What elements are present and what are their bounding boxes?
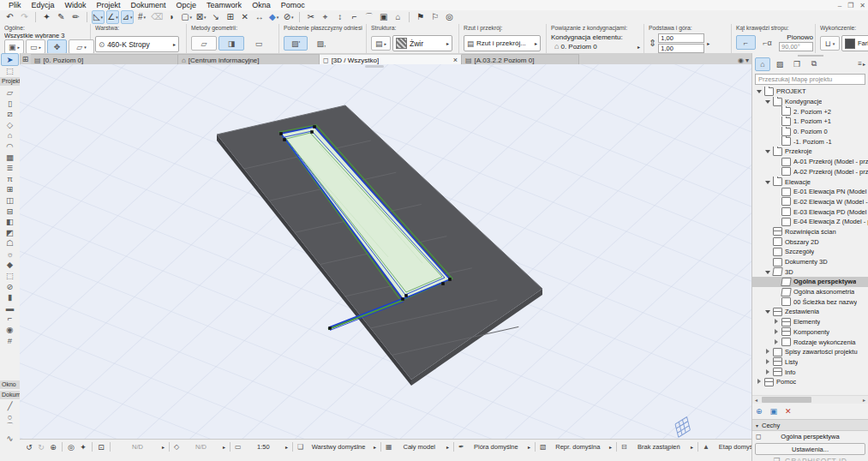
magic-wand-icon[interactable]: ✦ (40, 10, 53, 24)
menu-item[interactable]: Okna (247, 0, 276, 10)
tree-item[interactable]: PROJEKT (752, 87, 868, 97)
geometry-method-2[interactable]: ◨ (218, 36, 244, 51)
tree-item[interactable]: A-02 Przekrój (Model - przebudowani (752, 167, 868, 177)
tool-spline[interactable]: ∿ (0, 433, 20, 444)
tool-end-wall[interactable]: ⌐ (0, 314, 20, 325)
tree-item[interactable]: 1. Poziom +1 (752, 117, 868, 127)
tool-arrow[interactable]: ➤ (1, 53, 19, 66)
navigator-search-input[interactable]: Przeszukaj Mapę projektu (755, 74, 865, 85)
inject-parameters-icon[interactable]: ✏ (69, 10, 82, 24)
layer-dropdown[interactable]: ⊙ 460-K Stropy ▸ (95, 36, 179, 52)
menu-item[interactable]: Widok (60, 0, 92, 10)
expander-icon[interactable] (764, 308, 772, 315)
tool-camera[interactable]: ◉ (0, 324, 20, 335)
tree-item[interactable]: Kondygnacje (752, 97, 868, 107)
solid-operations-icon[interactable]: ▣ (377, 10, 390, 24)
pickup-parameters-icon[interactable]: ✎ (55, 10, 68, 24)
guide-lines-icon[interactable]: ◺▾ (92, 10, 105, 24)
tool-beam-segment[interactable]: ▬ (0, 302, 20, 314)
close-icon[interactable]: ✕ (859, 2, 865, 9)
tool-door[interactable]: ◫ (0, 195, 20, 206)
scale-dropdown[interactable]: ▭1:50▸ (233, 441, 290, 452)
chevron-down-icon[interactable]: ▾ (745, 57, 749, 64)
angle-input[interactable]: 90,00° (779, 42, 813, 51)
elevate-icon[interactable]: ↕ (333, 10, 346, 24)
tree-item[interactable]: E-01 Elewacja PN (Model - przebudow (752, 187, 868, 197)
edge-vertical-button[interactable]: ⌐ (736, 35, 756, 50)
tool-zone[interactable]: ⬚ (0, 270, 20, 281)
tree-item[interactable]: E-02 Elewacja W (Model - przebudow (752, 197, 868, 207)
scrollbar-thumb[interactable] (762, 397, 811, 403)
project-map-icon[interactable]: ⌂ (755, 57, 770, 71)
view-forward-icon[interactable]: ↻ (35, 441, 47, 452)
layout-book-icon[interactable]: ❐ (789, 57, 805, 71)
expander-icon[interactable] (773, 338, 781, 346)
tree-item[interactable]: Zestawienia (752, 307, 868, 317)
tree-item[interactable]: Info (752, 367, 868, 377)
overrides-dropdown[interactable]: ⊟Brak zastąpień▸ (620, 441, 695, 452)
orbit-icon[interactable]: ◎ (65, 441, 77, 452)
new-viewpoint-icon[interactable]: ⊕ (756, 407, 763, 416)
expander-icon[interactable] (764, 147, 772, 155)
tool-railing[interactable]: π (0, 173, 20, 184)
select-mode-button[interactable]: ✥ (47, 39, 67, 54)
filter-elements-icon[interactable]: ⊘▾ (282, 10, 295, 24)
tool-skylight[interactable]: ◧ (0, 216, 20, 227)
tree-item[interactable]: Komponenty (752, 327, 868, 338)
expander-icon[interactable] (764, 268, 772, 276)
tool-slab[interactable]: ◇ (0, 119, 20, 130)
delete-viewpoint-icon[interactable]: ✕ (785, 407, 792, 416)
menu-item[interactable]: Projekt (92, 0, 126, 10)
tool-grid-element[interactable]: # (0, 335, 20, 346)
menu-item[interactable]: Edycja (27, 0, 60, 10)
menu-item[interactable]: Opcje (171, 0, 202, 10)
groups-icon[interactable]: ▢▾ (180, 10, 193, 24)
tool-shell[interactable]: ◠ (0, 141, 20, 152)
structure-type-button[interactable]: ▤▸ (371, 36, 391, 51)
tool-mesh[interactable]: ▦ (0, 152, 20, 163)
paint-bucket-button[interactable]: ⊔▾ (820, 36, 840, 51)
open-viewpoint-icon[interactable]: ▣ (770, 407, 778, 416)
position-dropdown[interactable]: N/D▸ (113, 441, 166, 452)
tool-line[interactable]: ╱ (0, 400, 20, 411)
adjust-icon[interactable]: ⌖ (319, 10, 332, 24)
snap-guides-icon[interactable]: ⊿▾ (121, 10, 134, 24)
expander-icon[interactable] (764, 98, 772, 105)
scroll-left-icon[interactable]: ◂ (752, 397, 760, 403)
move-to-layer-icon[interactable]: ↘ (209, 10, 222, 24)
tree-item[interactable]: Pomoc (752, 377, 868, 387)
menu-item[interactable]: Dokument (126, 0, 171, 10)
model-filter-dropdown[interactable]: ▦Cały model▸ (384, 441, 451, 452)
menu-item[interactable]: Pomoc (276, 0, 310, 10)
redo-icon[interactable]: ↷ (18, 10, 31, 24)
mark-up-icon[interactable]: ⚑ (414, 10, 427, 24)
view-map-icon[interactable]: ▨ (772, 57, 787, 71)
tool-roof[interactable]: ⌂ (0, 130, 20, 141)
camera-icon[interactable]: ◉ (738, 57, 744, 64)
tab-switcher-icon[interactable]: ⊞ (20, 54, 31, 64)
story-arrow[interactable]: ▸ (638, 44, 640, 50)
suspend-groups-icon[interactable]: ◗ (165, 10, 178, 24)
morph-display-icon[interactable]: ◆▾ (267, 10, 280, 24)
tree-item[interactable]: Spisy zawartości projektu (752, 347, 868, 357)
favorites-button[interactable]: ▭▸ (26, 39, 45, 54)
publisher-icon[interactable]: ⧉ (806, 57, 822, 71)
reference-plane-2[interactable]: ▨, (309, 36, 333, 51)
roof-trim-icon[interactable]: ⌂ (392, 10, 404, 24)
expander-icon[interactable] (756, 378, 763, 386)
mark-up-entry-icon[interactable]: ⚐ (428, 10, 441, 24)
tool-circle[interactable]: ○ (0, 411, 20, 422)
tree-item[interactable]: 0. Poziom 0 (752, 127, 868, 137)
view-back-icon[interactable]: ↺ (23, 441, 35, 452)
tree-item[interactable]: Ogólna aksonometria (752, 287, 868, 297)
tool-window[interactable]: ⊟ (0, 206, 20, 217)
bottom-offset-input[interactable]: 1,00 (658, 44, 704, 53)
tool-wall[interactable]: ▱ (0, 87, 20, 98)
tree-item[interactable]: Elementy (752, 317, 868, 327)
navigator-hscrollbar[interactable]: ◂ ▸ (752, 395, 868, 404)
tree-item[interactable]: 00 Ścieżka bez nazwy (752, 296, 868, 307)
settings-dialog-button[interactable]: ▣▸ (4, 39, 24, 54)
tree-item[interactable]: 2. Poziom +2 (752, 106, 868, 117)
undo-icon[interactable]: ↶ (3, 10, 16, 24)
representation-dropdown[interactable]: ▧Repr. domyślna▸ (538, 441, 614, 452)
